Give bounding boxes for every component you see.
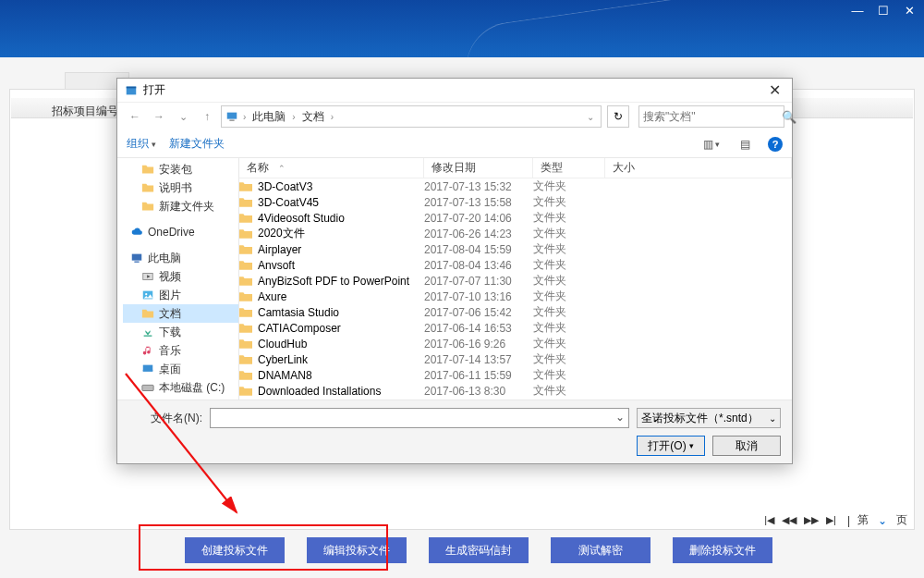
file-row[interactable]: Downloaded Installations2017-06-13 8:30文… [239, 383, 792, 399]
tree-item[interactable]: 说明书 [123, 178, 238, 197]
breadcrumb-item[interactable]: 文档 [300, 109, 326, 125]
page-dropdown[interactable]: ⌄ [876, 514, 889, 527]
file-row[interactable]: 3D-CoatV32017-07-13 15:32文件夹 [239, 178, 792, 194]
file-row[interactable]: 2020文件2017-06-26 14:23文件夹 [239, 226, 792, 241]
page-last[interactable]: ▶| [826, 514, 836, 526]
filetype-select[interactable]: 圣诺投标文件（*.sntd） ⌄ [637, 408, 781, 428]
search-icon[interactable]: 🔍 [782, 110, 796, 124]
file-row[interactable]: CyberLink2017-07-14 13:57文件夹 [239, 351, 792, 367]
breadcrumb-item[interactable]: 此电脑 [250, 109, 287, 125]
file-list-rows[interactable]: 3D-CoatV32017-07-13 15:32文件夹3D-CoatV4520… [239, 178, 792, 400]
page-first[interactable]: |◀ [764, 514, 774, 526]
nav-forward-button[interactable]: → [149, 106, 169, 127]
file-name: CATIAComposer [258, 322, 341, 335]
file-type: 文件夹 [533, 289, 605, 304]
file-date: 2017-07-13 15:58 [424, 196, 533, 209]
column-date[interactable]: 修改日期 [424, 158, 533, 178]
view-mode-button[interactable]: ▥▾ [701, 135, 722, 154]
breadcrumb-dropdown[interactable]: ⌄ [587, 112, 594, 122]
file-name: Axure [258, 290, 286, 303]
folder-tree[interactable]: 安装包说明书新建文件夹OneDrive此电脑视频图片文档下载音乐桌面本地磁盘 (… [117, 158, 239, 400]
tree-item[interactable]: OneDrive [123, 223, 238, 241]
chevron-down-icon: ▾ [152, 140, 156, 149]
tree-item[interactable]: 此电脑 [123, 249, 238, 267]
svg-rect-1 [127, 86, 137, 88]
column-name[interactable]: 名称⌃ [239, 158, 424, 178]
pagination: |◀ ◀◀ ▶▶ ▶| | 第 ⌄ 页 [764, 512, 907, 528]
help-icon[interactable]: ? [768, 137, 783, 152]
file-row[interactable]: DNAMAN82017-06-11 15:59文件夹 [239, 367, 792, 383]
tree-item[interactable]: 图片 [123, 286, 238, 304]
breadcrumb[interactable]: › 此电脑 › 文档 › ⌄ [221, 105, 602, 128]
tree-item[interactable]: 视频 [123, 267, 238, 286]
folder-icon [239, 307, 252, 317]
chevron-right-icon: › [292, 112, 295, 122]
search-box[interactable]: 🔍 [638, 105, 784, 128]
file-type: 文件夹 [533, 304, 605, 320]
file-row[interactable]: 4Videosoft Studio2017-07-20 14:06文件夹 [239, 210, 792, 226]
create-bid-file-button[interactable]: 创建投标文件 [185, 537, 285, 563]
open-button[interactable]: 打开(O) ▾ [637, 436, 705, 456]
svg-marker-10 [145, 327, 150, 336]
app-header: — ☐ ✕ [0, 0, 924, 57]
file-row[interactable]: AnyBizSoft PDF to PowerPoint2017-07-07 1… [239, 273, 792, 289]
file-list-header[interactable]: 名称⌃ 修改日期 类型 大小 [239, 158, 792, 178]
filename-input[interactable] [210, 408, 629, 428]
file-row[interactable]: 3D-CoatV452017-07-13 15:58文件夹 [239, 194, 792, 210]
folder-icon [239, 354, 252, 364]
file-row[interactable]: Camtasia Studio2017-07-06 15:42文件夹 [239, 304, 792, 320]
generate-envelope-button[interactable]: 生成密码信封 [429, 537, 529, 563]
edit-bid-file-button[interactable]: 编辑投标文件 [307, 537, 407, 563]
file-row[interactable]: Anvsoft2017-08-04 13:46文件夹 [239, 257, 792, 273]
file-date: 2017-06-11 15:59 [424, 369, 533, 382]
file-name: Camtasia Studio [258, 306, 339, 319]
file-row[interactable]: Airplayer2017-08-04 15:59文件夹 [239, 241, 792, 257]
tree-item[interactable]: 音乐 [123, 341, 238, 360]
nav-back-button[interactable]: ← [125, 106, 145, 127]
page-prev[interactable]: ◀◀ [782, 514, 796, 526]
background-column-label: 招标项目编号 [52, 104, 118, 119]
file-row[interactable]: CATIAComposer2017-06-14 16:53文件夹 [239, 320, 792, 336]
dialog-close-button[interactable]: ✕ [765, 81, 784, 99]
file-name: 2020文件 [258, 226, 305, 241]
search-input[interactable] [643, 110, 782, 123]
column-type[interactable]: 类型 [533, 158, 605, 178]
tree-item[interactable]: 新建文件夹 [123, 197, 238, 215]
minimize-button[interactable]: — [850, 4, 865, 18]
close-button[interactable]: ✕ [902, 4, 917, 18]
tree-item-label: OneDrive [148, 226, 195, 239]
sort-indicator-icon: ⌃ [278, 164, 286, 173]
tree-item[interactable]: 安装包 [123, 160, 238, 178]
svg-point-9 [145, 293, 147, 295]
nav-up-button[interactable]: ↑ [197, 106, 217, 127]
tree-item[interactable]: 下载 [123, 323, 238, 341]
page-label-suffix: 页 [896, 512, 907, 528]
nav-history-button[interactable]: ⌄ [173, 106, 193, 127]
new-folder-button[interactable]: 新建文件夹 [169, 136, 225, 152]
file-date: 2017-07-06 15:42 [424, 306, 533, 319]
filetype-value: 圣诺投标文件（*.sntd） [641, 411, 759, 426]
tree-item[interactable]: 桌面 [123, 360, 238, 378]
nav-refresh-button[interactable]: ↻ [607, 105, 629, 128]
tree-item[interactable]: 文档 [123, 304, 238, 323]
file-row[interactable]: Axure2017-07-10 13:16文件夹 [239, 289, 792, 304]
delete-bid-file-button[interactable]: 删除投标文件 [673, 537, 772, 563]
file-date: 2017-06-16 9:26 [424, 338, 533, 350]
tree-item-label: 新建文件夹 [159, 199, 214, 215]
file-type: 文件夹 [533, 226, 605, 241]
file-list: 名称⌃ 修改日期 类型 大小 3D-CoatV32017-07-13 15:32… [239, 158, 792, 400]
tree-item-label: 桌面 [159, 362, 181, 377]
file-type: 文件夹 [533, 210, 605, 226]
dialog-footer: 文件名(N): 圣诺投标文件（*.sntd） ⌄ 打开(O) ▾ 取消 [117, 400, 792, 463]
file-row[interactable]: CloudHub2017-06-16 9:26文件夹 [239, 336, 792, 351]
maximize-button[interactable]: ☐ [876, 4, 891, 18]
tree-item[interactable]: 本地磁盘 (C:) [123, 378, 238, 397]
column-size[interactable]: 大小 [605, 158, 792, 178]
cancel-button[interactable]: 取消 [712, 436, 781, 456]
pc-icon [225, 110, 238, 123]
organize-button[interactable]: 组织▾ [127, 136, 156, 152]
page-next[interactable]: ▶▶ [804, 514, 819, 526]
dialog-titlebar[interactable]: 打开 ✕ [117, 79, 792, 103]
preview-pane-button[interactable]: ▤ [735, 135, 755, 154]
test-decrypt-button[interactable]: 测试解密 [551, 537, 650, 563]
